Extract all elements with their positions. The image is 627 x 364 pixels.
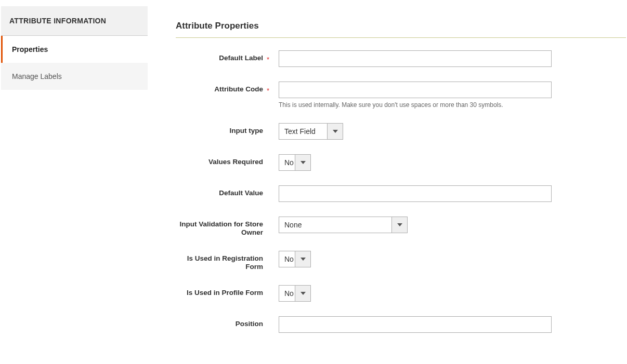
chevron-down-icon <box>301 292 306 295</box>
position-input[interactable] <box>279 316 552 333</box>
label-input-validation: Input Validation for Store Owner <box>179 220 263 236</box>
sidebar-item-label: Properties <box>12 45 48 53</box>
input-type-select[interactable]: Text Field <box>279 123 343 140</box>
field-used-profile: Is Used in Profile Form No <box>176 285 626 302</box>
label-default-label: Default Label <box>219 54 263 62</box>
dropdown-toggle[interactable] <box>295 251 310 267</box>
field-position: Position <box>176 316 626 333</box>
sidebar-item-label: Manage Labels <box>12 72 62 80</box>
input-validation-select[interactable]: None <box>279 217 408 233</box>
field-default-label: Default Label * <box>176 50 626 67</box>
main-content: Attribute Properties Default Label * Att… <box>148 6 626 347</box>
sidebar: ATTRIBUTE INFORMATION Properties Manage … <box>1 6 148 347</box>
required-mark-icon: * <box>267 56 269 63</box>
field-input-type: Input type Text Field <box>176 123 626 140</box>
label-default-value: Default Value <box>219 189 263 197</box>
field-used-registration: Is Used in Registration Form No <box>176 251 626 271</box>
section-title: Attribute Properties <box>176 6 626 38</box>
input-validation-value: None <box>279 217 391 233</box>
default-label-input[interactable] <box>279 50 552 67</box>
sidebar-item-properties[interactable]: Properties <box>1 36 148 63</box>
required-mark-icon: * <box>267 87 269 95</box>
used-registration-select[interactable]: No <box>279 251 311 267</box>
input-type-value: Text Field <box>279 124 327 139</box>
label-used-profile: Is Used in Profile Form <box>187 289 263 296</box>
dropdown-toggle[interactable] <box>295 155 310 170</box>
field-attribute-code: Attribute Code * This is used internally… <box>176 82 626 109</box>
dropdown-toggle[interactable] <box>327 124 343 139</box>
used-profile-value: No <box>279 286 295 301</box>
sidebar-item-manage-labels[interactable]: Manage Labels <box>1 63 148 90</box>
label-position: Position <box>236 320 263 328</box>
sidebar-header: ATTRIBUTE INFORMATION <box>1 6 148 36</box>
values-required-value: No <box>279 155 295 170</box>
label-input-type: Input type <box>230 127 264 134</box>
label-attribute-code: Attribute Code <box>214 85 263 93</box>
chevron-down-icon <box>301 258 306 261</box>
attribute-code-hint: This is used internally. Make sure you d… <box>279 101 622 109</box>
dropdown-toggle[interactable] <box>295 286 310 301</box>
chevron-down-icon <box>397 223 402 226</box>
dropdown-toggle[interactable] <box>391 217 407 233</box>
label-values-required: Values Required <box>208 158 263 166</box>
used-profile-select[interactable]: No <box>279 285 311 302</box>
chevron-down-icon <box>333 130 338 133</box>
attribute-code-input[interactable] <box>279 82 552 98</box>
chevron-down-icon <box>301 161 306 164</box>
used-registration-value: No <box>279 251 295 267</box>
field-values-required: Values Required No <box>176 154 626 171</box>
field-input-validation: Input Validation for Store Owner None <box>176 217 626 236</box>
values-required-select[interactable]: No <box>279 154 311 171</box>
default-value-input[interactable] <box>279 185 552 202</box>
field-default-value: Default Value <box>176 185 626 202</box>
label-used-registration: Is Used in Registration Form <box>187 254 263 271</box>
